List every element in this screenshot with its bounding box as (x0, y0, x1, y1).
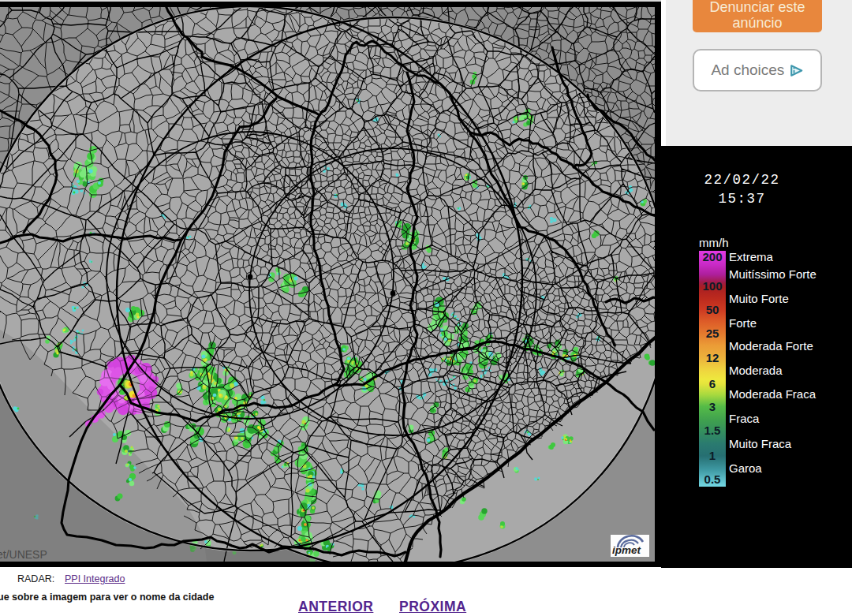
svg-text:ipmet: ipmet (612, 544, 641, 556)
svg-text:et/UNESP: et/UNESP (0, 548, 47, 561)
